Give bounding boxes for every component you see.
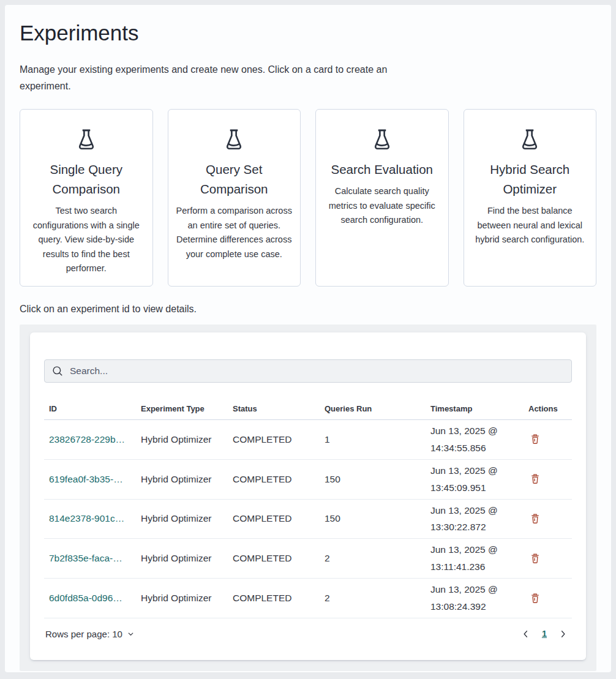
card-description: Test two search configurations with a si… [28, 204, 145, 276]
delete-experiment-button[interactable] [528, 471, 542, 486]
search-input[interactable] [70, 366, 564, 377]
queries-run-cell: 150 [320, 459, 426, 499]
status-cell: COMPLETED [228, 499, 320, 539]
experiment-id-link[interactable]: 6d0fd85a-0d96… [49, 593, 122, 603]
page-number[interactable]: 1 [539, 629, 549, 639]
beaker-icon [28, 127, 145, 154]
experiment-card[interactable]: Single Query Comparison Test two search … [20, 109, 153, 287]
status-cell: COMPLETED [228, 539, 320, 579]
experiment-type-cell: Hybrid Optimizer [136, 539, 228, 579]
chevron-down-icon [127, 630, 135, 638]
table-row: 619fea0f-3b35-… Hybrid Optimizer COMPLET… [44, 459, 572, 499]
experiment-type-cell: Hybrid Optimizer [136, 579, 228, 618]
experiment-id-link[interactable]: 814e2378-901c… [49, 513, 124, 523]
beaker-icon [176, 127, 293, 154]
delete-experiment-button[interactable] [528, 551, 542, 566]
table-row: 23826728-229b… Hybrid Optimizer COMPLETE… [44, 420, 572, 460]
experiments-page: Experiments Manage your existing experim… [5, 5, 611, 672]
search-box [44, 359, 572, 383]
col-header-queries-run: Queries Run [320, 402, 426, 420]
trash-icon [530, 477, 541, 486]
page-title: Experiments [20, 21, 596, 45]
trash-icon [530, 517, 541, 526]
col-header-actions: Actions [524, 402, 572, 420]
queries-run-cell: 150 [320, 499, 426, 539]
experiments-table: ID Experiment Type Status Queries Run Ti… [44, 402, 572, 618]
table-header-row: ID Experiment Type Status Queries Run Ti… [44, 402, 572, 420]
status-cell: COMPLETED [228, 579, 320, 618]
experiment-card[interactable]: Query Set Comparison Perform a compariso… [168, 109, 301, 287]
card-description: Calculate search quality metrics to eval… [323, 184, 441, 228]
chevron-left-icon [521, 631, 530, 640]
beaker-icon [323, 127, 441, 154]
status-cell: COMPLETED [228, 420, 320, 460]
col-header-id: ID [44, 402, 136, 420]
card-title: Hybrid Search Optimizer [471, 160, 589, 199]
col-header-experiment-type: Experiment Type [136, 402, 228, 420]
delete-experiment-button[interactable] [528, 511, 542, 526]
table-row: 814e2378-901c… Hybrid Optimizer COMPLETE… [44, 499, 572, 539]
queries-run-cell: 2 [320, 579, 426, 618]
card-title: Search Evaluation [323, 160, 441, 179]
card-title: Query Set Comparison [176, 160, 293, 199]
timestamp-cell: Jun 13, 2025 @ 13:30:22.872 [426, 499, 524, 539]
experiment-type-cell: Hybrid Optimizer [136, 459, 228, 499]
experiments-table-panel: ID Experiment Type Status Queries Run Ti… [30, 332, 586, 660]
experiment-id-link[interactable]: 7b2f835e-faca-… [49, 553, 122, 563]
table-pagination: Rows per page: 10 [44, 626, 572, 642]
experiment-type-cards: Single Query Comparison Test two search … [20, 109, 596, 287]
trash-icon [530, 596, 541, 606]
status-cell: COMPLETED [228, 459, 320, 499]
trash-icon [530, 557, 541, 566]
col-header-status: Status [228, 402, 320, 420]
experiment-type-cell: Hybrid Optimizer [136, 420, 228, 460]
search-icon [52, 366, 63, 377]
experiment-card[interactable]: Hybrid Search Optimizer Find the best ba… [464, 109, 597, 287]
col-header-timestamp: Timestamp [426, 402, 524, 420]
trash-icon [530, 437, 541, 446]
next-page-button[interactable] [554, 626, 572, 642]
timestamp-cell: Jun 13, 2025 @ 14:34:55.856 [426, 420, 524, 460]
timestamp-cell: Jun 13, 2025 @ 13:45:09.951 [426, 459, 524, 499]
experiment-card[interactable]: Search Evaluation Calculate search quali… [315, 109, 449, 287]
rows-per-page-label: Rows per page: 10 [45, 629, 122, 639]
card-description: Perform a comparison across an entire se… [176, 204, 293, 262]
timestamp-cell: Jun 13, 2025 @ 13:11:41.236 [426, 539, 524, 579]
table-hint: Click on an experiment id to view detail… [20, 304, 596, 315]
experiment-id-link[interactable]: 619fea0f-3b35-… [49, 474, 123, 484]
chevron-right-icon [558, 631, 568, 640]
timestamp-cell: Jun 13, 2025 @ 13:08:24.392 [426, 579, 524, 618]
experiments-table-wrapper: ID Experiment Type Status Queries Run Ti… [20, 324, 596, 671]
queries-run-cell: 1 [320, 420, 426, 460]
table-row: 6d0fd85a-0d96… Hybrid Optimizer COMPLETE… [44, 579, 572, 618]
prev-page-button[interactable] [517, 626, 535, 642]
rows-per-page-button[interactable]: Rows per page: 10 [44, 626, 136, 642]
card-title: Single Query Comparison [28, 160, 145, 199]
delete-experiment-button[interactable] [528, 591, 542, 606]
queries-run-cell: 2 [320, 539, 426, 579]
page-description: Manage your existing experiments and cre… [20, 61, 415, 94]
page-controls: 1 [517, 626, 572, 642]
delete-experiment-button[interactable] [528, 432, 542, 446]
beaker-icon [471, 127, 589, 154]
card-description: Find the best balance between neural and… [471, 204, 589, 247]
experiment-id-link[interactable]: 23826728-229b… [49, 434, 125, 445]
experiment-type-cell: Hybrid Optimizer [136, 499, 228, 539]
table-row: 7b2f835e-faca-… Hybrid Optimizer COMPLET… [44, 539, 572, 579]
